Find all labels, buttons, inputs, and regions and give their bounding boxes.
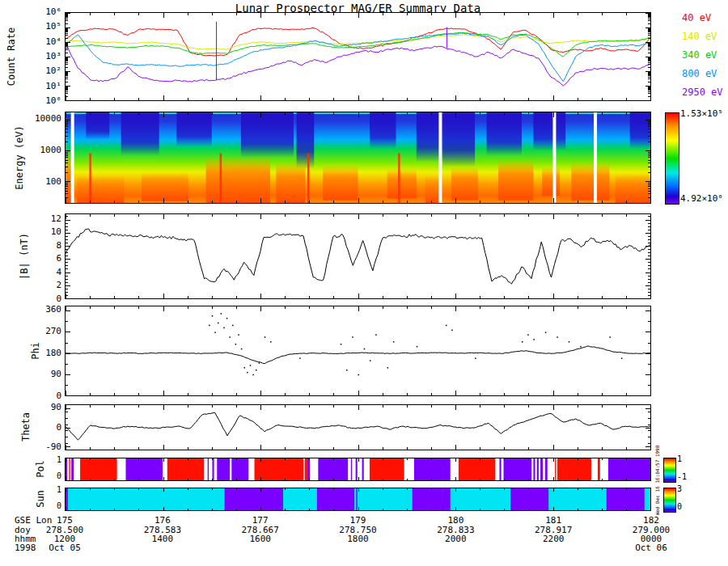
pol-bands — [66, 458, 650, 480]
count-rate-axis-title: Count Rate — [6, 27, 17, 86]
energy-ytick: 100 — [28, 177, 61, 187]
colorbar-min-label: 4.92×10⁰ — [680, 193, 723, 204]
count-rate-plot — [66, 13, 650, 100]
phi-plot — [66, 306, 650, 395]
count-rate-panel — [65, 12, 651, 101]
theta-plot — [66, 405, 650, 450]
hhmm-tick-label: 2000 — [445, 534, 467, 544]
hhmm-tick-label: 1600 — [249, 534, 271, 544]
bmag-ytick: 2 — [28, 281, 61, 290]
pol-ytick: 0 — [42, 471, 61, 481]
sun-colorbar-bottom-label: 0 — [677, 502, 682, 511]
spectrogram-colorbar — [665, 112, 679, 205]
legend-item-40ev: 40 eV — [682, 12, 711, 23]
axis-row-label: 1998 — [15, 543, 36, 553]
theta-ytick: -90 — [28, 442, 61, 452]
theta-panel — [65, 404, 651, 450]
bmag-ytick: 8 — [28, 241, 61, 251]
bmag-panel — [65, 213, 651, 299]
phi-ytick: 360 — [28, 305, 61, 315]
phi-ytick: 0 — [28, 391, 61, 401]
bmag-ytick: 6 — [28, 254, 61, 264]
sun-ytick: 1 — [42, 485, 61, 495]
phi-ytick: 270 — [28, 327, 61, 336]
count-rate-ytick: 10¹ — [28, 82, 61, 91]
hhmm-tick-label: 1400 — [152, 534, 174, 544]
count-rate-ytick: 10⁵ — [28, 22, 61, 32]
bmag-ytick: 4 — [28, 268, 61, 277]
bmag-ytick: 0 — [28, 294, 61, 304]
bmag-plot — [66, 214, 650, 298]
pol-ytick: 1 — [42, 455, 61, 465]
sun-colorbar-top-label: 3 — [677, 484, 682, 493]
lunar-prospector-summary-plot: Lunar Prospector MAG/ER Summary Data Cou… — [0, 0, 728, 566]
sun-bands — [66, 488, 650, 510]
theta-ytick: 90 — [28, 403, 61, 412]
hhmm-tick-label: 2200 — [543, 534, 565, 544]
pol-panel — [65, 458, 651, 481]
count-rate-ytick: 10⁴ — [28, 37, 61, 47]
colorbar-max-label: 1.53×10⁵ — [680, 108, 723, 119]
legend-item-340ev: 340 eV — [682, 49, 717, 61]
bmag-ytick: 12 — [28, 214, 61, 224]
pol-colorbar-bottom-label: -1 — [677, 472, 687, 481]
sun-panel — [65, 488, 651, 511]
energy-ytick: 1000 — [28, 146, 61, 155]
count-rate-ytick: 10⁶ — [28, 7, 61, 17]
count-rate-ytick: 10² — [28, 66, 61, 76]
pol-colorbar — [663, 458, 676, 483]
plot-timestamp: Wed Dec 16 16:04:57 1998 — [654, 446, 660, 516]
count-rate-ytick: 10³ — [28, 52, 61, 61]
sun-colorbar — [663, 488, 676, 513]
hhmm-tick-label: 1800 — [347, 534, 369, 544]
pol-colorbar-top-label: 1 — [677, 454, 682, 463]
energy-axis-title: Energy (eV) — [14, 125, 25, 189]
date-end-label: Oct 06 — [635, 543, 667, 553]
phi-ytick: 90 — [28, 370, 61, 379]
count-rate-ytick: 10⁰ — [28, 96, 61, 106]
date-start-label: Oct 05 — [49, 543, 81, 553]
energy-spectrogram-panel — [65, 112, 651, 204]
legend-item-800ev: 800 eV — [682, 68, 717, 79]
theta-ytick: 0 — [28, 423, 61, 433]
legend-item-2950ev: 2950 eV — [682, 87, 723, 98]
phi-panel — [65, 306, 651, 396]
energy-ytick: 10000 — [28, 114, 61, 124]
sun-ytick: 0 — [42, 501, 61, 511]
legend-item-140ev: 140 eV — [682, 31, 717, 42]
energy-spectrogram — [66, 112, 650, 203]
bmag-ytick: 10 — [28, 227, 61, 237]
phi-ytick: 180 — [28, 348, 61, 358]
